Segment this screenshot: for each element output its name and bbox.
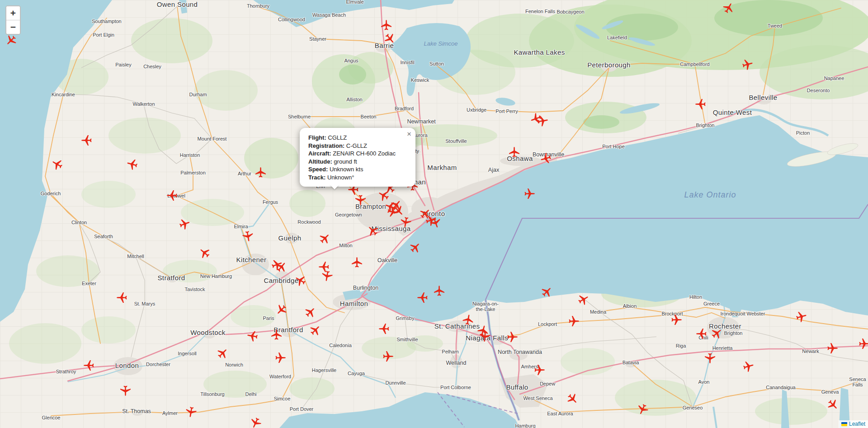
aircraft-marker-icon[interactable] bbox=[83, 359, 95, 372]
aircraft-marker-icon[interactable] bbox=[695, 328, 708, 340]
close-icon[interactable]: × bbox=[407, 130, 411, 139]
popup-row: Speed: Unknown kts bbox=[308, 165, 407, 174]
aircraft-marker-icon[interactable] bbox=[826, 342, 839, 354]
aircraft-marker-icon[interactable] bbox=[670, 314, 683, 326]
aircraft-marker-icon[interactable] bbox=[694, 98, 707, 110]
aircraft-marker-icon[interactable] bbox=[704, 352, 716, 364]
aircraft-marker-icon[interactable] bbox=[380, 19, 392, 31]
popup-row: Aircraft: ZENAIR CH-600 Zodiac bbox=[308, 150, 407, 158]
aircraft-marker-icon[interactable] bbox=[858, 338, 868, 350]
flight-info-popup: × Flight: CGLLZ Registration: C-GLLZ Air… bbox=[300, 128, 415, 187]
popup-row: Registration: C-GLLZ bbox=[308, 142, 407, 150]
zoom-control: + − bbox=[5, 5, 21, 35]
aircraft-marker-icon[interactable] bbox=[255, 166, 267, 179]
popup-row: Flight: CGLLZ bbox=[308, 134, 407, 142]
aircraft-marker-icon[interactable] bbox=[320, 268, 334, 282]
aircraft-marker-icon[interactable] bbox=[398, 215, 412, 229]
aircraft-marker-icon[interactable] bbox=[270, 329, 283, 341]
aircraft-marker-icon[interactable] bbox=[506, 331, 519, 343]
popup-row: Track: Unknown° bbox=[308, 174, 407, 182]
aircraft-marker-icon[interactable] bbox=[533, 364, 546, 376]
aircraft-marker-icon[interactable] bbox=[241, 229, 255, 243]
aircraft-marker-icon[interactable] bbox=[382, 350, 394, 362]
aircraft-marker-icon[interactable] bbox=[274, 352, 287, 364]
aircraft-marker-icon[interactable] bbox=[478, 329, 491, 343]
aircraft-marker-icon[interactable] bbox=[378, 323, 390, 335]
aircraft-marker-icon[interactable] bbox=[119, 385, 132, 397]
aircraft-marker-icon[interactable] bbox=[166, 189, 178, 202]
aircraft-marker-icon[interactable] bbox=[535, 113, 549, 127]
aircraft-marker-icon[interactable] bbox=[351, 256, 363, 268]
aircraft-marker-icon[interactable] bbox=[385, 204, 399, 218]
aircraft-marker-icon[interactable] bbox=[461, 312, 475, 326]
popup-tip bbox=[330, 184, 340, 194]
leaflet-link[interactable]: Leaflet bbox=[849, 421, 865, 427]
aircraft-marker-icon[interactable] bbox=[433, 285, 445, 297]
aircraft-marker-icon[interactable] bbox=[416, 292, 429, 304]
popup-row: Altitude: ground ft bbox=[308, 158, 407, 166]
map-canvas[interactable]: Owen SoundThornburyCollingwoodSouthampto… bbox=[0, 0, 868, 428]
ukraine-flag-icon bbox=[841, 422, 847, 426]
aircraft-marker-icon[interactable] bbox=[184, 404, 198, 419]
zoom-in-button[interactable]: + bbox=[6, 6, 20, 20]
aircraft-marker-icon[interactable] bbox=[80, 134, 93, 146]
aircraft-marker-icon[interactable] bbox=[116, 292, 128, 304]
aircraft-marker-icon[interactable] bbox=[245, 329, 259, 343]
aircraft-marker-icon[interactable] bbox=[524, 188, 536, 200]
aircraft-marker-icon[interactable] bbox=[354, 194, 367, 206]
aircraft-marker-icon[interactable] bbox=[568, 315, 580, 327]
aircraft-marker-icon[interactable] bbox=[508, 146, 520, 158]
zoom-out-button[interactable]: − bbox=[6, 20, 20, 34]
attribution-bar: Leaflet bbox=[839, 420, 868, 428]
